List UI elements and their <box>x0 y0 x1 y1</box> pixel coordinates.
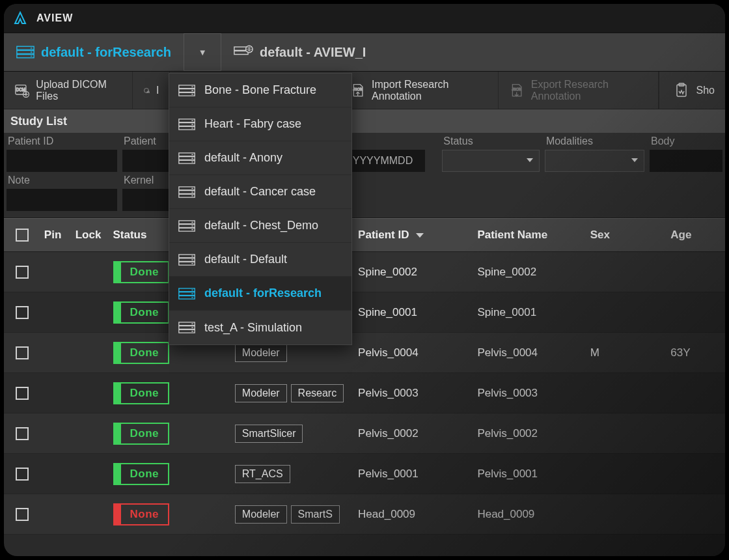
dropdown-item[interactable]: Heart - Fabry case <box>169 107 351 141</box>
title-bar: AVIEW <box>4 4 725 33</box>
import-annotation-button[interactable]: JSON Import Research Annotation <box>340 72 499 109</box>
filter-patient-id-input[interactable] <box>7 150 117 172</box>
app-tag[interactable]: Modeler <box>235 505 287 524</box>
show-button[interactable]: Sho <box>663 72 725 109</box>
row-patient-name: Pelvis_0003 <box>473 387 586 400</box>
dropdown-item-label: test_A - Simulation <box>204 321 302 335</box>
json-export-icon: JSON <box>509 82 524 99</box>
server-stack-icon <box>178 219 195 232</box>
row-patient-name: Head_0009 <box>473 508 586 521</box>
app-title: AVIEW <box>36 12 73 24</box>
table-row[interactable]: DoneModelerPelvis_0004Pelvis_0004M63Y <box>4 333 725 373</box>
filter-note-input[interactable] <box>7 189 117 211</box>
svg-text:JSON: JSON <box>353 87 362 91</box>
status-badge: Done <box>113 463 170 485</box>
table-row[interactable]: DoneSpine_0002Spine_0002 <box>4 252 725 292</box>
filter-modalities-select[interactable] <box>545 150 644 172</box>
tab-active-label: default - forResearch <box>41 45 171 60</box>
row-patient-name: Spine_0001 <box>473 306 586 319</box>
dropdown-item[interactable]: default - Default <box>169 243 351 277</box>
tab-strip: default - forResearch ▼ default - AVIEW_… <box>4 33 725 72</box>
toolbar-hidden-button[interactable]: I <box>133 72 170 109</box>
export-annotation-button[interactable]: JSON Export Research Annotation <box>499 72 659 109</box>
dropdown-item[interactable]: default - Cancer case <box>169 175 351 209</box>
upload-dicom-button[interactable]: DCM Upload DICOM Files <box>4 72 133 109</box>
table-body: DoneSpine_0002Spine_0002DoneSpine_0001Sp… <box>4 252 725 535</box>
dropdown-item-label: default - forResearch <box>204 287 322 300</box>
table-row[interactable]: DoneSmartSlicerPelvis_0002Pelvis_0002 <box>4 413 725 454</box>
row-patient-name: Pelvis_0004 <box>473 346 586 359</box>
status-badge: Done <box>113 423 170 445</box>
row-apps: ModelerResearc <box>231 384 354 402</box>
col-lock[interactable]: Lock <box>72 229 109 242</box>
study-list-header: Study List <box>4 109 725 133</box>
study-list-title: Study List <box>10 115 67 128</box>
row-patient-id: Pelvis_0004 <box>354 346 473 359</box>
row-patient-name: Pelvis_0001 <box>473 468 586 481</box>
filter-bar: Patient ID Patient Study Date ∼ YYYYMMDD <box>4 133 725 218</box>
dropdown-item[interactable]: default - Anony <box>169 141 351 175</box>
col-patient-name[interactable]: Patient Name <box>473 229 586 242</box>
tab-active-project[interactable]: default - forResearch <box>4 33 184 71</box>
col-checkbox[interactable] <box>4 229 40 242</box>
table-row[interactable]: DoneSpine_0001Spine_0001 <box>4 292 725 333</box>
col-sex[interactable]: Sex <box>586 229 667 242</box>
checkbox-icon <box>16 346 29 359</box>
server-stack-icon <box>178 152 195 165</box>
row-patient-id: Pelvis_0002 <box>354 427 473 440</box>
dropdown-item[interactable]: default - forResearch <box>169 277 351 311</box>
row-checkbox[interactable] <box>4 468 40 481</box>
row-patient-id: Pelvis_0001 <box>354 468 473 481</box>
table-row[interactable]: DoneModelerResearcPelvis_0003Pelvis_0003 <box>4 373 725 413</box>
col-patient-id[interactable]: Patient ID <box>354 229 473 242</box>
row-age: 63Y <box>667 346 725 359</box>
row-checkbox[interactable] <box>4 387 40 400</box>
row-checkbox[interactable] <box>4 427 40 440</box>
row-status: Done <box>109 463 231 485</box>
filter-body-input[interactable] <box>650 150 722 172</box>
filter-patient-id-label: Patient ID <box>7 135 117 147</box>
table-row[interactable]: DoneRT_ACSPelvis_0001Pelvis_0001 <box>4 454 725 494</box>
dropdown-item-label: default - Cancer case <box>204 185 316 199</box>
server-stack-icon <box>178 118 195 131</box>
row-checkbox[interactable] <box>4 266 40 279</box>
row-checkbox[interactable] <box>4 306 40 319</box>
filter-date-to[interactable]: YYYYMMDD <box>340 150 425 172</box>
row-status: Done <box>109 423 231 445</box>
checkbox-icon <box>16 266 29 279</box>
server-stack-icon <box>178 253 195 266</box>
svg-text:JSON: JSON <box>512 87 521 91</box>
tab-secondary[interactable]: default - AVIEW_I <box>221 33 378 71</box>
app-tag[interactable]: SmartSlicer <box>235 425 303 443</box>
checkbox-icon <box>16 468 29 481</box>
show-label: Sho <box>696 85 715 96</box>
row-checkbox[interactable] <box>4 508 40 521</box>
app-logo-icon <box>12 10 29 27</box>
app-tag[interactable]: Researc <box>291 384 344 402</box>
col-age[interactable]: Age <box>667 229 725 242</box>
checkbox-icon <box>16 229 29 242</box>
app-tag[interactable]: SmartS <box>291 505 340 524</box>
row-patient-id: Spine_0002 <box>354 266 473 279</box>
status-badge: Done <box>113 342 170 364</box>
row-apps: SmartSlicer <box>231 425 354 443</box>
dropdown-item[interactable]: default - Chest_Demo <box>169 209 351 243</box>
dropdown-item[interactable]: test_A - Simulation <box>169 311 351 344</box>
status-badge: Done <box>113 261 170 283</box>
row-patient-id: Head_0009 <box>354 508 473 521</box>
col-pin[interactable]: Pin <box>40 229 72 242</box>
tab-dropdown-toggle[interactable]: ▼ <box>184 33 221 71</box>
app-window: AVIEW default - forResearch ▼ default - … <box>4 4 725 556</box>
row-checkbox[interactable] <box>4 346 40 359</box>
app-tag[interactable]: Modeler <box>235 344 287 362</box>
app-tag[interactable]: RT_ACS <box>235 465 290 483</box>
dropdown-item[interactable]: Bone - Bone Fracture <box>169 74 351 107</box>
filter-status-select[interactable] <box>442 150 540 172</box>
chevron-down-icon: ▼ <box>199 48 207 57</box>
dropdown-item-label: default - Anony <box>204 151 282 165</box>
row-patient-id: Spine_0001 <box>354 306 473 319</box>
table-row[interactable]: NoneModelerSmartSHead_0009Head_0009 <box>4 494 725 535</box>
svg-rect-7 <box>234 51 248 54</box>
app-tag[interactable]: Modeler <box>235 384 287 402</box>
checkbox-icon <box>16 508 29 521</box>
